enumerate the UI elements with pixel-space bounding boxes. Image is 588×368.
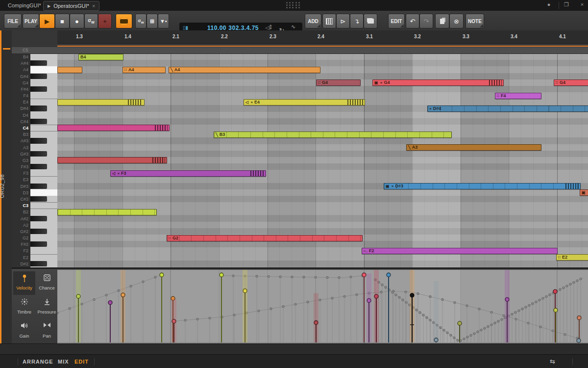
project-tab-operators[interactable]: ▶ OperatorsGUI* × bbox=[43, 1, 99, 11]
ruler-tick-label[interactable]: 2.4 bbox=[318, 34, 324, 39]
audition-button[interactable] bbox=[116, 14, 132, 28]
ruler-tick-label[interactable]: 3.1 bbox=[366, 34, 373, 39]
duplicate-button[interactable] bbox=[435, 14, 449, 28]
mix-view-button[interactable]: MIX bbox=[58, 359, 69, 365]
close-tab-icon[interactable]: × bbox=[92, 3, 95, 9]
midi-note[interactable]: ▣ ×D#3 bbox=[384, 183, 581, 189]
return-to-start-button[interactable]: ↴ bbox=[350, 14, 364, 28]
velocity-point[interactable] bbox=[387, 273, 391, 277]
ruler-tick-label[interactable]: 4.1 bbox=[559, 34, 566, 39]
expression-tab-pressure[interactable]: Pressure bbox=[36, 295, 58, 319]
velocity-point[interactable] bbox=[434, 338, 438, 342]
piano-key-black[interactable] bbox=[30, 261, 47, 266]
midi-note[interactable]: ∷G4 bbox=[316, 79, 361, 86]
midi-note[interactable]: ◁ ×E4 bbox=[244, 99, 365, 105]
piano-key-black[interactable] bbox=[30, 74, 47, 79]
marker-button[interactable]: ⊳ bbox=[336, 14, 350, 28]
record-button[interactable]: ● bbox=[70, 14, 84, 28]
delete-button[interactable]: ⊗ bbox=[449, 14, 464, 28]
midi-note[interactable]: ∷A4 bbox=[122, 67, 166, 73]
piano-key-black[interactable] bbox=[30, 241, 47, 247]
midi-note[interactable]: ╲A3 bbox=[406, 144, 541, 151]
swap-panel-icon[interactable]: ⇆ bbox=[550, 358, 555, 365]
launcher-overdub-toggle[interactable]: ▼▪ bbox=[158, 14, 169, 28]
loop-block-icon[interactable]: ▯▮ bbox=[183, 25, 188, 30]
velocity-point[interactable] bbox=[553, 289, 557, 293]
piano-key-black[interactable] bbox=[30, 216, 47, 221]
expression-tab-chance[interactable]: Chance bbox=[36, 271, 58, 295]
restore-window-icon[interactable]: ❐ bbox=[563, 1, 570, 8]
midi-note[interactable] bbox=[57, 99, 145, 105]
play-menu-button[interactable]: PLAY bbox=[23, 14, 39, 28]
piano-key-black[interactable] bbox=[30, 138, 47, 143]
automation-write-toggle[interactable]: σw bbox=[135, 14, 147, 28]
ruler-tick-label[interactable]: 1.3 bbox=[76, 34, 83, 39]
midi-note[interactable]: ╲B3 bbox=[214, 131, 452, 138]
midi-note[interactable]: B4 bbox=[78, 54, 123, 60]
edit-view-button[interactable]: EDIT bbox=[74, 359, 89, 365]
velocity-point[interactable] bbox=[76, 294, 80, 298]
velocity-point[interactable] bbox=[172, 319, 176, 323]
overdub-toggle[interactable]: ⊞ bbox=[147, 14, 158, 28]
ruler-tick-label[interactable]: 3.3 bbox=[463, 34, 469, 39]
velocity-point[interactable] bbox=[314, 321, 318, 325]
edit-menu-button[interactable]: EDIT bbox=[388, 14, 405, 28]
velocity-point[interactable] bbox=[374, 294, 378, 298]
timeline-ruler[interactable]: 1.31.42.12.22.32.43.13.23.33.44.1 bbox=[57, 30, 588, 43]
ruler-tick-label[interactable]: 1.4 bbox=[124, 34, 131, 39]
midi-note[interactable] bbox=[57, 209, 157, 215]
stop-button[interactable]: ■ bbox=[55, 14, 70, 28]
velocity-point[interactable] bbox=[362, 273, 366, 277]
undo-button[interactable]: ↶ bbox=[406, 14, 419, 28]
midi-note[interactable]: ◁ ×F3 bbox=[110, 170, 266, 177]
file-menu-button[interactable]: FILE bbox=[4, 14, 22, 28]
expression-tab-velocity[interactable]: Velocity bbox=[13, 271, 35, 295]
velocity-lane[interactable] bbox=[57, 269, 588, 343]
dashboard-icon[interactable]: ● bbox=[545, 1, 553, 7]
piano-view-button[interactable] bbox=[322, 14, 336, 28]
velocity-point[interactable] bbox=[243, 289, 247, 293]
expression-tab-timbre[interactable]: Timbre bbox=[13, 295, 35, 319]
velocity-point[interactable] bbox=[505, 297, 509, 301]
ruler-tick-label[interactable]: 3.4 bbox=[511, 34, 517, 39]
velocity-point[interactable] bbox=[121, 293, 125, 297]
velocity-point[interactable] bbox=[577, 339, 581, 342]
redo-button[interactable]: ↷ bbox=[419, 14, 433, 28]
velocity-point[interactable] bbox=[577, 316, 581, 320]
ruler-tick-label[interactable]: 3.2 bbox=[414, 34, 421, 39]
piano-key-black[interactable] bbox=[30, 164, 47, 169]
velocity-point[interactable] bbox=[220, 273, 223, 277]
ruler-tick-label[interactable]: 2.1 bbox=[172, 34, 179, 39]
arrange-view-button[interactable]: ARRANGE bbox=[23, 359, 53, 365]
add-track-button[interactable]: ADD bbox=[305, 14, 321, 28]
midi-note[interactable] bbox=[57, 125, 170, 131]
piano-key-black[interactable] bbox=[30, 184, 47, 189]
velocity-point[interactable] bbox=[410, 293, 414, 297]
note-grid[interactable]: B4∷A4╲A4∷G4▣ ×G4∷G4∷F4◁ ×E4×D#4╲B3╲A3◁ ×… bbox=[57, 47, 588, 267]
velocity-point[interactable] bbox=[458, 321, 462, 325]
piano-key-black[interactable] bbox=[30, 196, 47, 202]
browser-button[interactable] bbox=[364, 14, 377, 28]
automation-write-button[interactable]: σw bbox=[84, 14, 98, 28]
track-name-label[interactable]: ORG2_98 bbox=[0, 174, 11, 198]
midi-note[interactable]: ▣ bbox=[580, 189, 588, 196]
note-menu-button[interactable]: NOTE bbox=[466, 14, 484, 28]
midi-note[interactable]: ⌐.F2 bbox=[362, 248, 558, 254]
midi-note[interactable]: ∷E2 bbox=[556, 254, 588, 261]
piano-key-black[interactable] bbox=[30, 119, 47, 124]
velocity-point[interactable] bbox=[108, 301, 112, 305]
midi-note[interactable]: ∷G2 bbox=[167, 235, 363, 241]
close-window-icon[interactable]: × bbox=[578, 1, 586, 7]
midi-note[interactable]: ╲A4 bbox=[169, 67, 320, 73]
midi-note[interactable] bbox=[57, 67, 82, 73]
expression-tab-gain[interactable]: Gain bbox=[13, 319, 35, 343]
piano-key-black[interactable] bbox=[30, 105, 47, 111]
swing-icon[interactable]: ∿ bbox=[291, 24, 295, 29]
overdub-button[interactable]: + bbox=[98, 14, 112, 28]
midi-note[interactable]: ∷G4 bbox=[554, 79, 588, 86]
piano-key-black[interactable] bbox=[30, 151, 47, 157]
velocity-point[interactable] bbox=[554, 308, 558, 312]
velocity-point[interactable] bbox=[160, 273, 164, 277]
velocity-point[interactable] bbox=[367, 298, 371, 302]
ruler-tick-label[interactable]: 2.2 bbox=[221, 34, 228, 39]
